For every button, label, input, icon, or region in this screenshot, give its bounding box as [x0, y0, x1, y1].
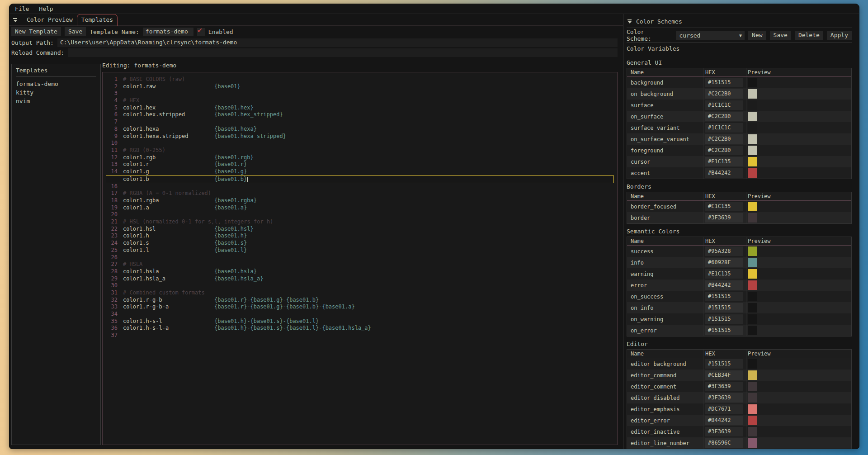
save-template-button[interactable]: Save	[65, 27, 86, 36]
code-line[interactable]: 34	[103, 311, 617, 318]
code-line[interactable]: 36color1.h-s-l-a{base01.h}-{base01.s}-{b…	[103, 325, 617, 332]
hex-input[interactable]: #B44242	[705, 168, 743, 178]
hex-input[interactable]: #95A328	[705, 246, 743, 256]
code-line[interactable]: 6color1.hex.stripped{base01.hex_stripped…	[103, 111, 617, 118]
hex-input[interactable]: #B44242	[705, 416, 743, 425]
hex-input[interactable]: #151515	[705, 78, 743, 87]
hex-input[interactable]: #60928F	[705, 258, 743, 267]
code-line[interactable]: 1# BASE COLORS (raw)	[103, 76, 617, 83]
collapse-icon[interactable]	[13, 18, 17, 22]
color-swatch[interactable]	[748, 89, 757, 99]
code-line[interactable]: 16	[103, 183, 617, 190]
code-line[interactable]: 2color1.raw{base01}	[103, 83, 617, 90]
template-name-input[interactable]	[143, 28, 193, 36]
hex-input[interactable]: #3F3639	[705, 213, 743, 223]
hex-input[interactable]: #151515	[705, 303, 743, 313]
code-line[interactable]: 8color1.hexa{base01.hexa}	[103, 126, 617, 133]
tab-color-preview[interactable]: Color Preview	[23, 14, 77, 26]
color-swatch[interactable]	[748, 213, 757, 223]
color-scheme-dropdown[interactable]: cursed ▼	[676, 31, 745, 40]
code-line[interactable]: 21# HSL (normalized 0-1 for s,l, integer…	[103, 218, 617, 226]
code-line[interactable]: 32color1.r-g-b{base01.r}-{base01.g}-{bas…	[103, 297, 617, 304]
code-line[interactable]: 26	[103, 254, 617, 261]
code-line[interactable]: 33color1.r-g-b-a{base01.r}-{base01.g}-{b…	[103, 303, 617, 311]
hex-input[interactable]: #B44242	[705, 280, 743, 290]
code-line-input[interactable]: color1.b{base01.b}	[106, 175, 614, 183]
new-scheme-button[interactable]: New	[748, 31, 766, 40]
template-item-nvim[interactable]: nvim	[16, 97, 96, 105]
hex-input[interactable]: #C2C2B0	[705, 89, 743, 99]
code-line[interactable]: 18color1.rgba{base01.rgba}	[103, 197, 617, 204]
color-swatch[interactable]	[748, 134, 757, 144]
reload-command-input[interactable]	[68, 48, 618, 57]
color-swatch[interactable]	[748, 100, 757, 110]
color-swatch[interactable]	[748, 326, 757, 335]
color-swatch[interactable]	[748, 314, 757, 324]
hex-input[interactable]: #E1C135	[705, 157, 743, 166]
hex-input[interactable]: #3F3639	[705, 382, 743, 391]
code-line[interactable]: 35color1.h-s-l{base01.h}-{base01.s}-{bas…	[103, 318, 617, 325]
color-swatch[interactable]	[748, 280, 757, 290]
color-swatch[interactable]	[748, 146, 757, 155]
code-line[interactable]: 5color1.hex{base01.hex}	[103, 104, 617, 112]
color-swatch[interactable]	[748, 438, 757, 448]
hex-input[interactable]: #C2C2B0	[705, 112, 743, 121]
hex-input[interactable]: #86596C	[705, 438, 743, 448]
code-line[interactable]: 37	[103, 332, 617, 339]
code-line[interactable]: 17# RGBA (A = 0-1 normalized)	[103, 190, 617, 197]
hex-input[interactable]: #151515	[705, 292, 743, 301]
code-line[interactable]: 10	[103, 140, 617, 147]
code-line[interactable]: 29color1.hsla_a{base01.hsla_a}	[103, 275, 617, 283]
code-line[interactable]: 11# RGB (0-255)	[103, 147, 617, 154]
menu-item-file[interactable]: File	[15, 5, 29, 12]
hex-input[interactable]: #151515	[705, 359, 743, 369]
color-swatch[interactable]	[748, 404, 757, 414]
template-item-kitty[interactable]: kitty	[16, 88, 96, 97]
output-path-input[interactable]	[57, 38, 618, 47]
color-swatch[interactable]	[748, 78, 757, 87]
code-line[interactable]: 9color1.hexa.stripped{base01.hexa_stripp…	[103, 133, 617, 140]
code-line[interactable]: 25color1.l{base01.l}	[103, 247, 617, 254]
code-line[interactable]: 27# HSLA	[103, 261, 617, 268]
code-line[interactable]: 14color1.g{base01.g}	[103, 168, 617, 175]
code-line[interactable]: 24color1.s{base01.s}	[103, 240, 617, 247]
code-line[interactable]: 20	[103, 211, 617, 218]
color-schemes-header[interactable]: Color Schemes	[627, 17, 852, 26]
color-swatch[interactable]	[748, 269, 757, 279]
code-line[interactable]: 30	[103, 282, 617, 289]
code-line[interactable]: 12color1.rgb{base01.rgb}	[103, 154, 617, 161]
color-swatch[interactable]	[748, 416, 757, 425]
code-line[interactable]: 3	[103, 90, 617, 97]
color-swatch[interactable]	[748, 157, 757, 166]
color-swatch[interactable]	[748, 292, 757, 301]
color-swatch[interactable]	[748, 123, 757, 133]
color-swatch[interactable]	[748, 202, 757, 211]
code-line[interactable]: 22color1.hsl{base01.hsl}	[103, 226, 617, 233]
menu-item-help[interactable]: Help	[39, 5, 53, 12]
hex-input[interactable]: #151515	[705, 326, 743, 335]
enabled-checkbox[interactable]: ✔	[197, 28, 205, 36]
save-scheme-button[interactable]: Save	[770, 31, 791, 40]
color-swatch[interactable]	[748, 370, 757, 380]
code-line[interactable]: 19color1.a{base01.a}	[103, 204, 617, 212]
code-line[interactable]: 7	[103, 118, 617, 126]
color-swatch[interactable]	[748, 359, 757, 369]
color-swatch[interactable]	[748, 303, 757, 313]
code-line[interactable]: 4# HEX	[103, 97, 617, 104]
new-template-button[interactable]: New Template	[11, 27, 61, 36]
code-line[interactable]: 13color1.r{base01.r}	[103, 161, 617, 168]
hex-input[interactable]: #C2C2B0	[705, 146, 743, 155]
hex-input[interactable]: #C2C2B0	[705, 134, 743, 144]
code-line[interactable]: 23color1.h{base01.h}	[103, 232, 617, 240]
hex-input[interactable]: #E1C135	[705, 202, 743, 211]
color-swatch[interactable]	[748, 382, 757, 391]
apply-scheme-button[interactable]: Apply	[827, 31, 852, 40]
template-code-editor[interactable]: 1# BASE COLORS (raw)2color1.raw{base01}3…	[102, 72, 618, 445]
color-swatch[interactable]	[748, 427, 757, 436]
tab-templates[interactable]: Templates	[77, 14, 118, 26]
hex-input[interactable]: #E1C135	[705, 269, 743, 279]
color-swatch[interactable]	[748, 168, 757, 178]
hex-input[interactable]: #3F3639	[705, 393, 743, 403]
color-swatch[interactable]	[748, 246, 757, 256]
hex-input[interactable]: #DC7671	[705, 404, 743, 414]
